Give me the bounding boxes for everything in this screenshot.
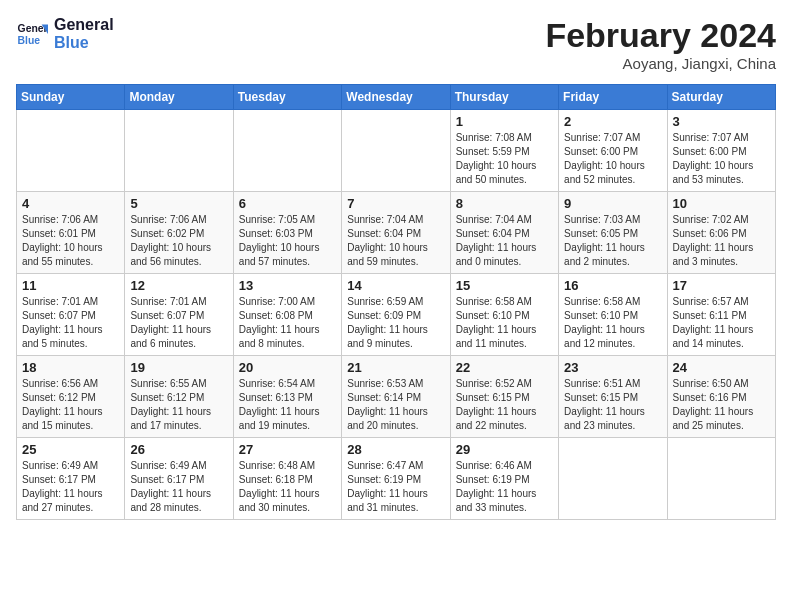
calendar-cell — [667, 438, 775, 520]
month-title: February 2024 — [545, 16, 776, 55]
day-info: Sunrise: 6:53 AM Sunset: 6:14 PM Dayligh… — [347, 377, 444, 433]
calendar-cell: 2Sunrise: 7:07 AM Sunset: 6:00 PM Daylig… — [559, 110, 667, 192]
calendar-week-row: 18Sunrise: 6:56 AM Sunset: 6:12 PM Dayli… — [17, 356, 776, 438]
day-info: Sunrise: 6:48 AM Sunset: 6:18 PM Dayligh… — [239, 459, 336, 515]
day-info: Sunrise: 6:58 AM Sunset: 6:10 PM Dayligh… — [564, 295, 661, 351]
calendar-cell: 4Sunrise: 7:06 AM Sunset: 6:01 PM Daylig… — [17, 192, 125, 274]
calendar-cell: 23Sunrise: 6:51 AM Sunset: 6:15 PM Dayli… — [559, 356, 667, 438]
calendar-cell: 5Sunrise: 7:06 AM Sunset: 6:02 PM Daylig… — [125, 192, 233, 274]
day-number: 7 — [347, 196, 444, 211]
weekday-header: Sunday — [17, 85, 125, 110]
day-info: Sunrise: 7:02 AM Sunset: 6:06 PM Dayligh… — [673, 213, 770, 269]
logo-icon: General Blue — [16, 18, 48, 50]
calendar-cell: 15Sunrise: 6:58 AM Sunset: 6:10 PM Dayli… — [450, 274, 558, 356]
day-number: 24 — [673, 360, 770, 375]
day-number: 13 — [239, 278, 336, 293]
weekday-header: Monday — [125, 85, 233, 110]
calendar-cell: 17Sunrise: 6:57 AM Sunset: 6:11 PM Dayli… — [667, 274, 775, 356]
day-info: Sunrise: 6:58 AM Sunset: 6:10 PM Dayligh… — [456, 295, 553, 351]
calendar-cell: 29Sunrise: 6:46 AM Sunset: 6:19 PM Dayli… — [450, 438, 558, 520]
calendar-cell: 8Sunrise: 7:04 AM Sunset: 6:04 PM Daylig… — [450, 192, 558, 274]
day-info: Sunrise: 7:01 AM Sunset: 6:07 PM Dayligh… — [22, 295, 119, 351]
day-info: Sunrise: 6:49 AM Sunset: 6:17 PM Dayligh… — [22, 459, 119, 515]
svg-text:Blue: Blue — [18, 34, 41, 45]
calendar-cell — [233, 110, 341, 192]
calendar-table: SundayMondayTuesdayWednesdayThursdayFrid… — [16, 84, 776, 520]
day-info: Sunrise: 6:46 AM Sunset: 6:19 PM Dayligh… — [456, 459, 553, 515]
day-number: 20 — [239, 360, 336, 375]
calendar-cell: 20Sunrise: 6:54 AM Sunset: 6:13 PM Dayli… — [233, 356, 341, 438]
day-info: Sunrise: 6:52 AM Sunset: 6:15 PM Dayligh… — [456, 377, 553, 433]
weekday-header: Thursday — [450, 85, 558, 110]
day-info: Sunrise: 7:06 AM Sunset: 6:02 PM Dayligh… — [130, 213, 227, 269]
day-info: Sunrise: 6:47 AM Sunset: 6:19 PM Dayligh… — [347, 459, 444, 515]
day-number: 2 — [564, 114, 661, 129]
calendar-cell — [559, 438, 667, 520]
day-info: Sunrise: 6:56 AM Sunset: 6:12 PM Dayligh… — [22, 377, 119, 433]
day-number: 18 — [22, 360, 119, 375]
day-info: Sunrise: 7:01 AM Sunset: 6:07 PM Dayligh… — [130, 295, 227, 351]
page-header: General Blue General Blue February 2024 … — [16, 16, 776, 72]
calendar-cell: 18Sunrise: 6:56 AM Sunset: 6:12 PM Dayli… — [17, 356, 125, 438]
weekday-header-row: SundayMondayTuesdayWednesdayThursdayFrid… — [17, 85, 776, 110]
day-info: Sunrise: 6:51 AM Sunset: 6:15 PM Dayligh… — [564, 377, 661, 433]
calendar-cell: 12Sunrise: 7:01 AM Sunset: 6:07 PM Dayli… — [125, 274, 233, 356]
day-number: 26 — [130, 442, 227, 457]
weekday-header: Friday — [559, 85, 667, 110]
calendar-cell: 28Sunrise: 6:47 AM Sunset: 6:19 PM Dayli… — [342, 438, 450, 520]
calendar-cell: 14Sunrise: 6:59 AM Sunset: 6:09 PM Dayli… — [342, 274, 450, 356]
day-number: 15 — [456, 278, 553, 293]
calendar-cell: 16Sunrise: 6:58 AM Sunset: 6:10 PM Dayli… — [559, 274, 667, 356]
calendar-cell: 24Sunrise: 6:50 AM Sunset: 6:16 PM Dayli… — [667, 356, 775, 438]
weekday-header: Saturday — [667, 85, 775, 110]
day-number: 4 — [22, 196, 119, 211]
day-number: 16 — [564, 278, 661, 293]
day-info: Sunrise: 6:57 AM Sunset: 6:11 PM Dayligh… — [673, 295, 770, 351]
calendar-cell: 27Sunrise: 6:48 AM Sunset: 6:18 PM Dayli… — [233, 438, 341, 520]
calendar-cell — [17, 110, 125, 192]
calendar-cell: 21Sunrise: 6:53 AM Sunset: 6:14 PM Dayli… — [342, 356, 450, 438]
calendar-cell: 6Sunrise: 7:05 AM Sunset: 6:03 PM Daylig… — [233, 192, 341, 274]
calendar-cell: 3Sunrise: 7:07 AM Sunset: 6:00 PM Daylig… — [667, 110, 775, 192]
day-info: Sunrise: 7:08 AM Sunset: 5:59 PM Dayligh… — [456, 131, 553, 187]
day-number: 28 — [347, 442, 444, 457]
calendar-cell — [125, 110, 233, 192]
day-info: Sunrise: 6:59 AM Sunset: 6:09 PM Dayligh… — [347, 295, 444, 351]
day-number: 8 — [456, 196, 553, 211]
day-info: Sunrise: 7:07 AM Sunset: 6:00 PM Dayligh… — [564, 131, 661, 187]
day-info: Sunrise: 7:05 AM Sunset: 6:03 PM Dayligh… — [239, 213, 336, 269]
day-number: 25 — [22, 442, 119, 457]
logo-line2: Blue — [54, 34, 114, 52]
day-number: 21 — [347, 360, 444, 375]
day-number: 11 — [22, 278, 119, 293]
calendar-cell: 10Sunrise: 7:02 AM Sunset: 6:06 PM Dayli… — [667, 192, 775, 274]
calendar-week-row: 1Sunrise: 7:08 AM Sunset: 5:59 PM Daylig… — [17, 110, 776, 192]
day-number: 10 — [673, 196, 770, 211]
day-number: 22 — [456, 360, 553, 375]
day-number: 12 — [130, 278, 227, 293]
weekday-header: Tuesday — [233, 85, 341, 110]
day-info: Sunrise: 7:03 AM Sunset: 6:05 PM Dayligh… — [564, 213, 661, 269]
calendar-cell: 22Sunrise: 6:52 AM Sunset: 6:15 PM Dayli… — [450, 356, 558, 438]
day-number: 23 — [564, 360, 661, 375]
day-number: 19 — [130, 360, 227, 375]
title-block: February 2024 Aoyang, Jiangxi, China — [545, 16, 776, 72]
day-info: Sunrise: 7:04 AM Sunset: 6:04 PM Dayligh… — [456, 213, 553, 269]
day-number: 27 — [239, 442, 336, 457]
calendar-week-row: 4Sunrise: 7:06 AM Sunset: 6:01 PM Daylig… — [17, 192, 776, 274]
calendar-cell: 25Sunrise: 6:49 AM Sunset: 6:17 PM Dayli… — [17, 438, 125, 520]
weekday-header: Wednesday — [342, 85, 450, 110]
calendar-cell: 7Sunrise: 7:04 AM Sunset: 6:04 PM Daylig… — [342, 192, 450, 274]
logo: General Blue General Blue — [16, 16, 114, 51]
day-info: Sunrise: 6:54 AM Sunset: 6:13 PM Dayligh… — [239, 377, 336, 433]
calendar-week-row: 25Sunrise: 6:49 AM Sunset: 6:17 PM Dayli… — [17, 438, 776, 520]
day-number: 1 — [456, 114, 553, 129]
day-info: Sunrise: 6:50 AM Sunset: 6:16 PM Dayligh… — [673, 377, 770, 433]
day-number: 6 — [239, 196, 336, 211]
calendar-cell — [342, 110, 450, 192]
day-number: 17 — [673, 278, 770, 293]
day-number: 9 — [564, 196, 661, 211]
calendar-cell: 11Sunrise: 7:01 AM Sunset: 6:07 PM Dayli… — [17, 274, 125, 356]
day-info: Sunrise: 7:00 AM Sunset: 6:08 PM Dayligh… — [239, 295, 336, 351]
calendar-cell: 1Sunrise: 7:08 AM Sunset: 5:59 PM Daylig… — [450, 110, 558, 192]
